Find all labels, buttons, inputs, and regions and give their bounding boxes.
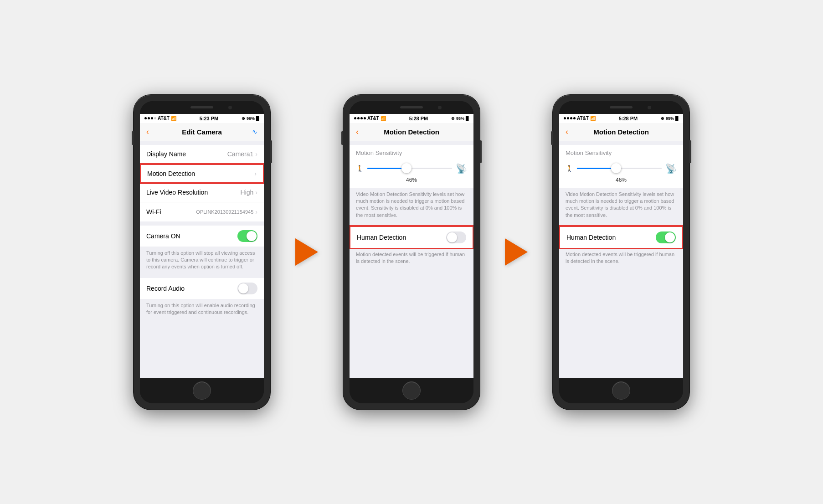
slider-pct-2: 46% [356, 177, 467, 183]
location-icon-2: ⊕ [451, 116, 455, 121]
live-video-value: High [241, 189, 254, 196]
arrow-icon-2 [505, 238, 528, 266]
status-bar-1: AT&T 📶 5:23 PM ⊕ 96% ▉ [140, 114, 264, 123]
battery-3: 95% [666, 116, 674, 121]
wifi-icon-2: 📶 [381, 116, 386, 121]
sensitivity-header: Motion Sensitivity [350, 145, 473, 157]
back-button-3[interactable]: ‹ [566, 127, 568, 137]
live-video-row[interactable]: Live Video Resolution High › [140, 183, 264, 202]
camera-on-row[interactable]: Camera ON [140, 226, 264, 247]
sensitivity-label-3: Motion Sensitivity [566, 149, 612, 156]
dot3-1 [564, 117, 566, 119]
human-detection-row-2[interactable]: Human Detection [350, 226, 473, 248]
human-detection-toggle-2[interactable] [446, 231, 466, 243]
slider-section-3: 🚶 📡 46% [559, 157, 683, 188]
slider-thumb-3[interactable] [611, 163, 621, 173]
carrier-2: AT&T [367, 116, 379, 121]
display-name-value: Camera1 [227, 150, 254, 158]
battery-icon-3: ▉ [675, 116, 679, 121]
signal-3 [564, 117, 576, 119]
human-detection-helper-3: Motion detected events will be triggered… [559, 248, 683, 269]
camera-on-toggle[interactable] [237, 230, 257, 242]
slider-row-2: 🚶 📡 [356, 161, 467, 176]
wifi-value: OPLINK20130921154945 [196, 209, 253, 215]
time-3: 5:28 PM [619, 116, 638, 121]
back-button-2[interactable]: ‹ [356, 127, 359, 137]
camera-dot-3 [648, 106, 651, 109]
phone-1: AT&T 📶 5:23 PM ⊕ 96% ▉ ‹ Edit Camera ∿ [134, 95, 270, 410]
wifi-row[interactable]: Wi-Fi OPLINK20130921154945 › [140, 202, 264, 221]
slider-thumb-2[interactable] [401, 163, 412, 173]
dot2-2 [357, 117, 360, 119]
dot3-3 [570, 117, 572, 119]
live-video-label: Live Video Resolution [146, 189, 241, 196]
human-detection-label-2: Human Detection [357, 234, 446, 241]
battery-icon-2: ▉ [466, 116, 469, 121]
phone-top-1 [140, 101, 264, 114]
back-button-1[interactable]: ‹ [146, 127, 149, 137]
home-button-2[interactable] [402, 381, 421, 400]
spacer-3b [559, 222, 683, 226]
phone-bottom-2 [350, 378, 473, 403]
dot4 [154, 117, 156, 119]
battery-icon-1: ▉ [256, 116, 259, 121]
slider-section-2: 🚶 📡 46% [350, 157, 473, 188]
speaker-2 [400, 106, 423, 108]
camera-on-label: Camera ON [146, 232, 237, 240]
screen-3: Motion Sensitivity 🚶 📡 46% [559, 141, 683, 378]
carrier-1: AT&T [158, 116, 170, 121]
status-right-1: ⊕ 96% ▉ [242, 116, 259, 121]
nav-title-2: Motion Detection [384, 128, 439, 136]
location-icon-1: ⊕ [242, 116, 245, 121]
status-bar-3: AT&T 📶 5:28 PM ⊕ 95% ▉ [559, 114, 683, 123]
slider-track-3[interactable] [577, 168, 662, 169]
human-detection-group-2: Human Detection [350, 226, 473, 248]
slider-icon-high-3: 📡 [665, 163, 677, 174]
slider-pct-3: 46% [566, 177, 677, 183]
dot3-2 [567, 117, 569, 119]
time-2: 5:28 PM [409, 116, 428, 121]
record-audio-label: Record Audio [146, 285, 237, 292]
phone-top-3 [559, 101, 683, 114]
slider-fill-3 [577, 168, 616, 169]
home-button-1[interactable] [193, 381, 211, 400]
nav-bar-2: ‹ Motion Detection [350, 123, 473, 141]
settings-group-1: Display Name Camera1 › Motion Detection … [140, 145, 264, 221]
home-button-3[interactable] [612, 381, 630, 400]
wifi-icon-1: 📶 [171, 116, 176, 121]
phone-bottom-3 [559, 378, 683, 403]
wifi-icon-3: 📶 [590, 116, 596, 121]
display-name-row[interactable]: Display Name Camera1 › [140, 145, 264, 164]
status-right-3: ⊕ 95% ▉ [661, 116, 679, 121]
motion-detection-row[interactable]: Motion Detection › [140, 164, 264, 183]
dot3-4 [573, 117, 576, 119]
record-audio-row[interactable]: Record Audio [140, 278, 264, 299]
nav-bar-3: ‹ Motion Detection [559, 123, 683, 141]
speaker-3 [610, 106, 633, 108]
dot2 [148, 117, 150, 119]
record-audio-toggle[interactable] [237, 283, 257, 294]
carrier-3: AT&T [577, 116, 589, 121]
chevron-4: › [255, 208, 257, 216]
slider-icon-low-3: 🚶 [566, 165, 573, 172]
human-detection-helper-2: Motion detected events will be triggered… [350, 248, 473, 269]
phone-3: AT&T 📶 5:28 PM ⊕ 95% ▉ ‹ Motion Detectio… [553, 95, 689, 410]
arrow-icon-1 [295, 238, 318, 266]
arrow-1 [288, 238, 325, 266]
slider-icon-high-2: 📡 [456, 163, 467, 174]
camera-on-group: Camera ON [140, 226, 264, 247]
human-detection-toggle-3[interactable] [656, 231, 676, 243]
sensitivity-group: Motion Sensitivity 🚶 📡 46% [350, 145, 473, 188]
nav-wifi-1: ∿ [252, 128, 257, 136]
slider-track-2[interactable] [367, 168, 452, 169]
spacer-2b [350, 222, 473, 226]
human-detection-row-3[interactable]: Human Detection [559, 226, 683, 248]
motion-detection-label: Motion Detection [147, 170, 254, 177]
screen-1: Display Name Camera1 › Motion Detection … [140, 141, 264, 378]
nav-title-3: Motion Detection [593, 128, 649, 136]
sensitivity-label: Motion Sensitivity [356, 149, 402, 156]
phone-top-2 [350, 101, 473, 114]
slider-row-3: 🚶 📡 [566, 161, 677, 176]
phone-bottom-1 [140, 378, 264, 403]
location-icon-3: ⊕ [661, 116, 664, 121]
